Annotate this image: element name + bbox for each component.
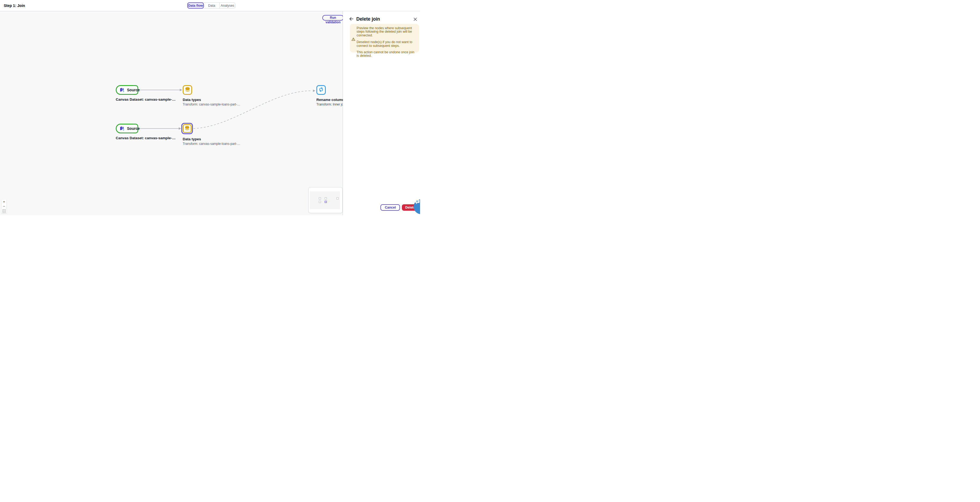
close-icon	[414, 17, 417, 21]
warning-text-3: This action cannot be undone once join i…	[356, 51, 416, 58]
canvas-dataset-icon	[119, 125, 125, 132]
node-datatypes-2-selected[interactable]	[181, 123, 193, 134]
delete-join-panel: Delete join Preview the nodes where subs…	[343, 11, 420, 215]
node-rename-column-subtitle: Transform: Inner join	[317, 103, 346, 106]
minimap-viewport	[310, 191, 340, 209]
node-rename-column-title: Rename column	[317, 98, 344, 102]
warning-text-1: Preview the nodes where subsequent steps…	[356, 27, 416, 37]
node-datatypes-2-subtitle: Transform: canvas-sample-loans-part-…	[183, 142, 240, 146]
cancel-button[interactable]: Cancel	[380, 204, 400, 211]
panel-title: Delete join	[356, 16, 380, 22]
back-arrow-icon	[349, 17, 354, 21]
node-datatypes-1-title: Data types	[183, 98, 201, 102]
node-rename-column[interactable]	[317, 85, 326, 95]
edge-datatypes2-rename-dashed	[193, 91, 312, 129]
tab-data[interactable]: Data	[204, 3, 220, 8]
node-datatypes-2-title: Data types	[183, 137, 201, 141]
flow-canvas[interactable]: Run validation Source Canvas Dataset: ca…	[0, 11, 343, 215]
minimap-node	[336, 197, 339, 199]
zoom-in-button[interactable]: +	[2, 199, 6, 204]
minimap-node-selected	[325, 201, 327, 203]
canvas-dataset-icon	[119, 86, 125, 94]
warning-icon	[352, 38, 355, 42]
fit-view-button[interactable]	[2, 208, 6, 213]
warning-box: Preview the nodes where subsequent steps…	[350, 24, 419, 52]
canvas-zoom-controls: + −	[2, 199, 6, 213]
node-source-2-title: Canvas Dataset: canvas-sample-…	[116, 136, 176, 140]
close-button[interactable]	[412, 17, 418, 22]
node-source-1[interactable]: Source	[116, 85, 138, 95]
tab-analyses[interactable]: Analyses	[220, 3, 235, 8]
repeat-icon	[318, 86, 324, 94]
minimap-node	[325, 197, 327, 199]
database-icon	[184, 125, 190, 132]
database-icon	[185, 86, 191, 94]
node-datatypes-1-subtitle: Transform: canvas-sample-loans-part-…	[183, 103, 240, 106]
page-title: Step 1: Join	[4, 3, 25, 8]
page-header: Step 1: Join Data flow Data Analyses	[0, 0, 420, 11]
minimap[interactable]	[309, 187, 343, 213]
node-source-2[interactable]: Source	[116, 124, 138, 133]
node-datatypes-1[interactable]	[183, 85, 192, 95]
panel-footer: Cancel Delete	[380, 204, 418, 211]
node-source-1-label: Source	[127, 88, 140, 92]
flow-edges	[0, 11, 343, 215]
node-datatypes-2-box	[183, 124, 192, 133]
edge-arrowhead	[313, 90, 315, 92]
tab-data-flow[interactable]: Data flow	[187, 2, 204, 9]
chat-icon	[415, 199, 420, 206]
node-source-2-label: Source	[127, 126, 140, 131]
fit-view-icon	[3, 210, 5, 212]
minimap-node	[319, 197, 321, 199]
minimap-node	[319, 201, 321, 203]
edge-arrowhead	[179, 127, 181, 130]
view-tabs: Data flow Data Analyses	[187, 2, 235, 9]
node-source-1-title: Canvas Dataset: canvas-sample-…	[116, 98, 176, 102]
run-validation-button[interactable]: Run validation	[322, 15, 344, 21]
warning-text-2: Deselect node(s) if you do not want to c…	[356, 40, 416, 48]
edge-arrowhead	[180, 89, 182, 91]
zoom-out-button[interactable]: −	[2, 204, 6, 208]
back-button[interactable]	[348, 17, 354, 22]
